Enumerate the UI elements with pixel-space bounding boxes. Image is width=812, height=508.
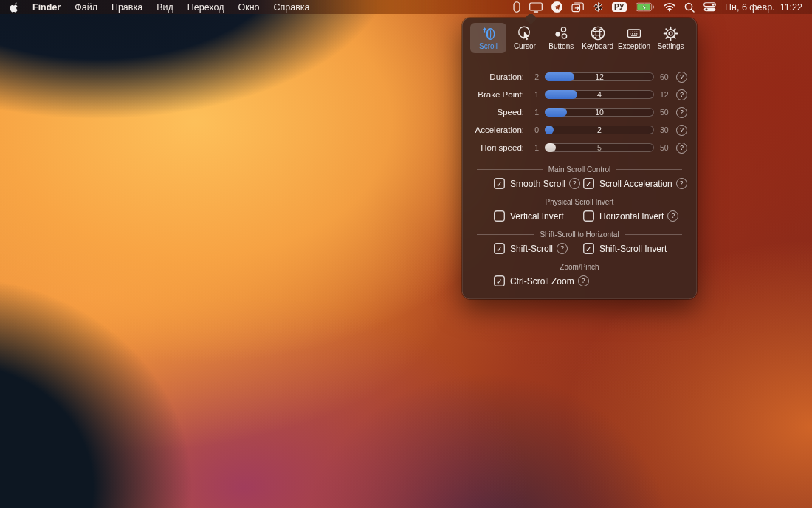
checkbox-scroll-acceleration[interactable]: ✓Scroll Acceleration? (583, 178, 687, 189)
help-icon[interactable]: ? (676, 72, 687, 83)
divider-line (605, 267, 682, 267)
help-icon[interactable]: ? (676, 125, 687, 136)
slider-value: 2 (545, 126, 654, 134)
menu-правка[interactable]: Правка (111, 2, 142, 13)
help-icon[interactable]: ? (676, 89, 687, 100)
popover-content: ScrollCursorButtonsKeyboardExceptionSett… (462, 18, 697, 299)
tab-exception[interactable]: Exception (616, 23, 653, 53)
tab-settings[interactable]: Settings (653, 23, 689, 53)
checkbox-row: Vertical InvertHorizontal Invert? (462, 210, 697, 222)
keyboard-command-icon (590, 25, 606, 41)
menubar-left: FinderФайлПравкаВидПереходОкноСправка (10, 1, 310, 13)
cursor-icon (517, 25, 533, 41)
slider-value: 12 (545, 72, 654, 81)
divider-line (477, 234, 534, 235)
menu-справка[interactable]: Справка (274, 2, 310, 13)
speed-slider[interactable]: 10 (545, 108, 654, 117)
checkbox-vertical-invert[interactable]: Vertical Invert (494, 210, 583, 222)
checked-checkbox-icon: ✓ (583, 243, 594, 254)
mos-preferences-popover: ScrollCursorButtonsKeyboardExceptionSett… (462, 18, 697, 299)
hori-speed-slider[interactable]: 5 (545, 143, 654, 152)
buttons-icon (553, 25, 569, 41)
tab-label: Cursor (514, 42, 536, 50)
checkbox-row: ✓Ctrl-Scroll Zoom? (462, 275, 697, 286)
checked-checkbox-icon: ✓ (583, 178, 594, 189)
slider-min: 1 (529, 90, 539, 99)
tab-buttons[interactable]: Buttons (543, 23, 579, 53)
telegram-icon[interactable] (551, 1, 562, 13)
slider-min: 1 (529, 143, 539, 152)
settings-gear-icon (663, 25, 678, 41)
tab-bar: ScrollCursorButtonsKeyboardExceptionSett… (462, 18, 697, 53)
section-zoom-pinch: Zoom/Pinch✓Ctrl-Scroll Zoom? (462, 263, 697, 286)
control-center-icon[interactable] (703, 2, 716, 12)
battery-charging-icon[interactable] (636, 2, 655, 12)
section-divider: Main Scroll Control (477, 165, 682, 174)
pinwheel-icon[interactable] (593, 2, 603, 12)
spotlight-search-icon[interactable] (684, 2, 695, 13)
slider-value: 4 (545, 90, 654, 99)
checkbox-label: Ctrl-Scroll Zoom (510, 276, 574, 286)
menubar-right: РУПн, 6 февр.11:22 (513, 1, 802, 13)
help-icon[interactable]: ? (667, 210, 678, 222)
wifi-icon[interactable] (664, 2, 675, 12)
menu-переход[interactable]: Переход (187, 2, 224, 13)
menu-finder[interactable]: Finder (32, 2, 61, 13)
help-icon[interactable]: ? (676, 178, 687, 189)
checkbox-horizontal-invert[interactable]: Horizontal Invert? (583, 210, 678, 222)
section-divider: Zoom/Pinch (477, 263, 682, 271)
slider-value: 5 (545, 143, 654, 152)
slider-value: 10 (545, 108, 654, 117)
help-icon[interactable]: ? (676, 143, 687, 154)
clock-time: 11:22 (780, 2, 802, 13)
checkbox-row: ✓Smooth Scroll?✓Scroll Acceleration? (462, 178, 697, 189)
checkbox-label: Vertical Invert (510, 211, 564, 222)
checkbox-shift-scroll[interactable]: ✓Shift-Scroll? (494, 243, 583, 254)
tab-scroll[interactable]: Scroll (470, 23, 506, 53)
tab-cursor[interactable]: Cursor (506, 23, 543, 53)
checked-checkbox-icon: ✓ (494, 275, 505, 286)
sliders: Duration:21260?Brake Point:1412?Speed:11… (462, 68, 697, 157)
slider-label: Brake Point: (462, 90, 524, 99)
slider-row-duration: Duration:21260? (462, 68, 697, 86)
duration-slider[interactable]: 12 (545, 72, 654, 81)
section-title: Main Scroll Control (548, 165, 610, 174)
tab-keyboard[interactable]: Keyboard (579, 23, 616, 53)
brake-point-slider[interactable]: 4 (545, 90, 654, 99)
help-icon[interactable]: ? (676, 107, 687, 118)
display-mirroring-icon[interactable] (529, 2, 543, 13)
slider-row-acceleration: Acceleration:0230? (462, 121, 697, 139)
slider-label: Hori speed: (462, 143, 524, 152)
help-icon[interactable]: ? (578, 275, 589, 286)
input-source-badge[interactable]: РУ (612, 2, 627, 12)
menu-окно[interactable]: Окно (238, 2, 259, 13)
slider-min: 0 (529, 126, 539, 134)
mouse-icon[interactable] (513, 1, 520, 13)
apple-icon[interactable] (10, 1, 18, 13)
slider-max: 50 (660, 143, 672, 152)
acceleration-slider[interactable]: 2 (545, 126, 654, 134)
sections: Main Scroll Control✓Smooth Scroll?✓Scrol… (462, 165, 697, 286)
checkbox-label: Shift-Scroll Invert (599, 244, 667, 254)
menubar-clock[interactable]: Пн, 6 февр.11:22 (725, 2, 802, 13)
checkbox-row: ✓Shift-Scroll?✓Shift-Scroll Invert (462, 243, 697, 254)
help-icon[interactable]: ? (569, 178, 580, 189)
menu-файл[interactable]: Файл (75, 2, 97, 13)
divider-line (477, 202, 540, 202)
menu-вид[interactable]: Вид (156, 2, 173, 13)
unchecked-checkbox-icon (494, 210, 505, 222)
checkbox-label: Shift-Scroll (510, 244, 553, 254)
scroll-wheel-icon (481, 25, 497, 41)
slider-row-brake-point: Brake Point:1412? (462, 86, 697, 103)
checkbox-smooth-scroll[interactable]: ✓Smooth Scroll? (494, 178, 583, 189)
window-switcher-icon[interactable] (571, 2, 585, 13)
tab-label: Keyboard (582, 42, 613, 50)
divider-line (619, 202, 682, 202)
exception-keyboard-icon (626, 25, 642, 41)
menu-bar: FinderФайлПравкаВидПереходОкноСправка РУ… (0, 0, 812, 14)
slider-max: 12 (660, 90, 672, 99)
checkbox-label: Scroll Acceleration (599, 179, 672, 189)
checkbox-ctrl-scroll-zoom[interactable]: ✓Ctrl-Scroll Zoom? (494, 275, 589, 286)
help-icon[interactable]: ? (557, 243, 568, 254)
checkbox-shift-scroll-invert[interactable]: ✓Shift-Scroll Invert (583, 243, 667, 254)
